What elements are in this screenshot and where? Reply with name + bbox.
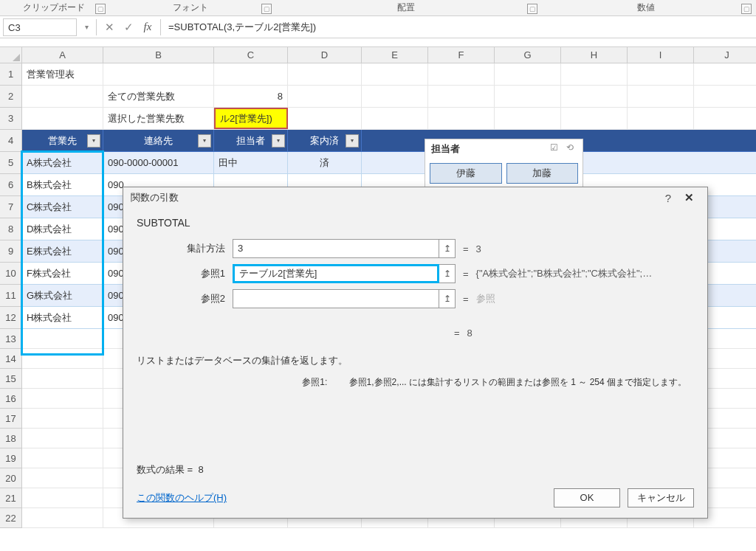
row-header-1[interactable]: 1 xyxy=(0,63,22,86)
row-header-2[interactable]: 2 xyxy=(0,86,22,108)
row-header-15[interactable]: 15 xyxy=(0,369,22,389)
table-cell[interactable]: F株式会社 xyxy=(22,263,103,284)
col-header-G[interactable]: G xyxy=(495,47,561,63)
table-cell[interactable]: H株式会社 xyxy=(22,307,103,328)
cell-B3[interactable]: 選択した営業先数 xyxy=(103,108,214,129)
function-help-link[interactable]: この関数のヘルプ(H) xyxy=(137,491,227,505)
cell-A1[interactable]: 営業管理表 xyxy=(22,63,103,85)
cell-B2[interactable]: 全ての営業先数 xyxy=(103,86,214,107)
table-cell[interactable]: C株式会社 xyxy=(22,196,103,218)
function-description: リストまたはデータベースの集計値を返します。 xyxy=(137,352,694,369)
row-header-21[interactable]: 21 xyxy=(0,488,22,508)
arg0-input[interactable]: 3 xyxy=(233,239,439,258)
dialog-help-icon[interactable]: ? xyxy=(659,192,678,204)
table-header-col1[interactable]: 連絡先▾ xyxy=(103,130,214,151)
cancel-formula-icon[interactable]: ✕ xyxy=(100,21,119,34)
formula-bar: C3 ▾ ✕ ✓ fx =SUBTOTAL(3,テーブル2[営業先]) xyxy=(0,16,756,38)
arg-description: 参照1: 参照1,参照2,... には集計するリストの範囲または参照を 1 ～ … xyxy=(137,376,694,389)
table-header-col3[interactable]: 案内済▾ xyxy=(288,130,362,151)
filter-dropdown-icon[interactable]: ▾ xyxy=(198,134,211,148)
arg0-result: 3 xyxy=(476,243,481,254)
arg2-label: 参照2 xyxy=(137,292,233,305)
slicer-title: 担当者 xyxy=(431,142,544,156)
arg1-result: {"A株式会社";"B株式会社";"C株式会社";… xyxy=(476,267,653,280)
col-header-J[interactable]: J xyxy=(694,47,756,63)
table-cell[interactable]: 済 xyxy=(288,152,362,173)
col-header-C[interactable]: C xyxy=(214,47,288,63)
col-header-F[interactable]: F xyxy=(428,47,495,63)
table-header-col2[interactable]: 担当者▾ xyxy=(214,130,288,151)
dialog-launcher-icon[interactable]: ▢ xyxy=(95,4,106,14)
col-header-B[interactable]: B xyxy=(103,47,214,63)
row-header-17[interactable]: 17 xyxy=(0,409,22,429)
filter-dropdown-icon[interactable]: ▾ xyxy=(272,134,285,148)
table-header-col0[interactable]: 営業先▾ xyxy=(22,130,103,151)
row-header-19[interactable]: 19 xyxy=(0,448,22,468)
filter-dropdown-icon[interactable]: ▾ xyxy=(346,134,359,148)
row-header-18[interactable]: 18 xyxy=(0,429,22,448)
dialog-launcher-icon[interactable]: ▢ xyxy=(527,4,537,14)
formula-content[interactable]: =SUBTOTAL(3,テーブル2[営業先]) xyxy=(164,18,756,36)
cancel-button[interactable]: キャンセル xyxy=(628,488,694,507)
row-header-11[interactable]: 11 xyxy=(0,285,22,307)
multi-select-icon[interactable]: ☑ xyxy=(547,142,560,156)
collapse-range-icon[interactable]: ↥ xyxy=(439,264,456,283)
row-header-6[interactable]: 6 xyxy=(0,174,22,196)
row-header-10[interactable]: 10 xyxy=(0,263,22,285)
row-header-4[interactable]: 4 xyxy=(0,130,22,152)
row-header-3[interactable]: 3 xyxy=(0,108,22,130)
cell-C3[interactable]: ル2[営業先]) xyxy=(214,108,288,129)
arg0-label: 集計方法 xyxy=(137,242,233,255)
arg2-result: 参照 xyxy=(476,292,495,305)
table-cell[interactable]: A株式会社 xyxy=(22,152,103,173)
col-header-A[interactable]: A xyxy=(22,47,103,63)
select-all-corner[interactable] xyxy=(0,47,22,63)
row-header-7[interactable]: 7 xyxy=(0,196,22,218)
slicer-panel[interactable]: 担当者 ☑ ⟲ 伊藤 加藤 xyxy=(425,139,583,189)
col-header-D[interactable]: D xyxy=(288,47,362,63)
row-header-5[interactable]: 5 xyxy=(0,152,22,174)
table-cell[interactable]: 田中 xyxy=(214,152,288,173)
name-box[interactable]: C3 xyxy=(3,18,77,36)
collapse-range-icon[interactable]: ↥ xyxy=(439,289,456,308)
function-name-label: SUBTOTAL xyxy=(137,217,694,229)
dialog-title: 関数の引数 xyxy=(131,191,659,204)
dialog-launcher-icon[interactable]: ▢ xyxy=(741,4,752,14)
slicer-item-0[interactable]: 伊藤 xyxy=(430,163,502,184)
ribbon-group-strip: クリップボード▢ フォント▢ 配置▢ 数値▢ xyxy=(0,0,756,16)
table-cell[interactable]: B株式会社 xyxy=(22,174,103,195)
table-cell[interactable]: E株式会社 xyxy=(22,240,103,262)
table-cell[interactable]: D株式会社 xyxy=(22,218,103,240)
filter-dropdown-icon[interactable]: ▾ xyxy=(87,134,100,148)
col-header-H[interactable]: H xyxy=(561,47,628,63)
accept-formula-icon[interactable]: ✓ xyxy=(119,21,138,34)
arg1-label: 参照1 xyxy=(137,267,233,280)
row-header-16[interactable]: 16 xyxy=(0,389,22,409)
slicer-item-1[interactable]: 加藤 xyxy=(506,163,579,184)
ok-button[interactable]: OK xyxy=(554,488,620,507)
collapse-range-icon[interactable]: ↥ xyxy=(439,239,456,258)
dialog-launcher-icon[interactable]: ▢ xyxy=(261,4,272,14)
table-header-row: 営業先▾ 連絡先▾ 担当者▾ 案内済▾ xyxy=(22,130,756,152)
arg1-input[interactable]: テーブル2[営業先] xyxy=(233,264,439,283)
arg2-input[interactable] xyxy=(233,289,439,308)
row-header-8[interactable]: 8 xyxy=(0,218,22,240)
table-cell[interactable]: 090-0000-00001 xyxy=(103,152,214,173)
row-header-13[interactable]: 13 xyxy=(0,329,22,349)
row-header-9[interactable]: 9 xyxy=(0,240,22,263)
clear-filter-icon[interactable]: ⟲ xyxy=(563,142,577,156)
formula-result-label: 数式の結果 = 8 xyxy=(137,463,204,477)
col-header-E[interactable]: E xyxy=(362,47,428,63)
function-arguments-dialog: 関数の引数 ? ✕ SUBTOTAL 集計方法 3 ↥ = 3 参照1 テーブル… xyxy=(123,187,708,519)
row-header-22[interactable]: 22 xyxy=(0,508,22,528)
row-header-20[interactable]: 20 xyxy=(0,468,22,488)
cell-C2[interactable]: 8 xyxy=(214,86,288,107)
name-box-dropdown-icon[interactable]: ▾ xyxy=(80,23,93,31)
table-row: A株式会社090-0000-00001田中済 xyxy=(22,152,756,174)
table-cell[interactable]: G株式会社 xyxy=(22,285,103,306)
row-header-14[interactable]: 14 xyxy=(0,349,22,369)
fx-icon[interactable]: fx xyxy=(138,21,157,33)
dialog-close-icon[interactable]: ✕ xyxy=(678,191,700,204)
row-header-12[interactable]: 12 xyxy=(0,307,22,329)
col-header-I[interactable]: I xyxy=(628,47,694,63)
